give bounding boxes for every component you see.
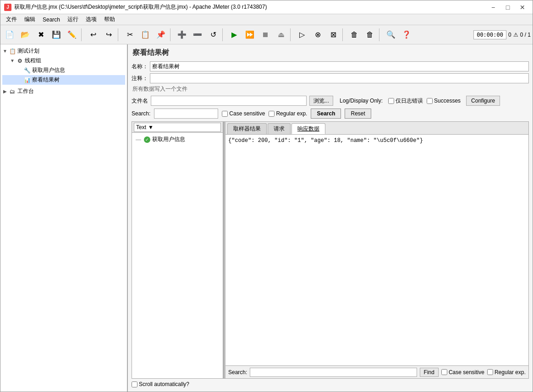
title-bar: J 获取用户信息.jmx (C:\Users\tf\Desktop\jmeter… <box>0 0 533 14</box>
menu-options[interactable]: 选项 <box>82 15 100 25</box>
comment-row: 注释： <box>132 73 529 83</box>
save-as-button[interactable]: ✏️ <box>65 27 79 42</box>
bottom-search-input[interactable] <box>250 368 417 377</box>
menu-file[interactable]: 文件 <box>2 15 21 25</box>
get-user-label: 获取用户信息 <box>32 66 65 74</box>
tab-request[interactable]: 请求 <box>268 123 291 134</box>
name-input[interactable] <box>150 61 529 71</box>
get-user-icon: 🔧 <box>23 67 31 74</box>
workbench-label: 工作台 <box>17 87 34 95</box>
new-button[interactable]: 📄 <box>2 27 17 42</box>
errors-checkbox-label[interactable]: 仅日志错误 <box>388 97 423 105</box>
expand-test-plan[interactable]: ▼ <box>2 49 8 54</box>
test-plan-icon: 📋 <box>9 48 16 55</box>
filename-input[interactable] <box>151 96 307 106</box>
bottom-bar: Search: Find Case sensitive Regular exp. <box>225 365 528 378</box>
bottom-regular-exp-checkbox[interactable] <box>487 369 493 375</box>
scroll-auto-label[interactable]: Scroll automatically? <box>132 381 189 387</box>
close-button[interactable]: ✕ <box>516 2 529 12</box>
successes-checkbox[interactable] <box>427 98 433 104</box>
result-label-0: 获取用户信息 <box>152 136 185 143</box>
right-panel: 察看结果树 名称： 注释： 所有数据写入一个文件 文件名 浏览... Log/D… <box>128 44 533 392</box>
find-button[interactable]: Find <box>420 368 439 377</box>
remove-button[interactable]: ➖ <box>190 27 205 42</box>
remote-shutdown-button[interactable]: ⊠ <box>326 27 341 42</box>
tree-node-view-results[interactable]: 📊 察看结果树 <box>2 75 125 85</box>
save-button[interactable]: 💾 <box>49 27 64 42</box>
dropdown-label: Text <box>136 124 146 131</box>
progress-display: 0 / 1 <box>520 32 531 38</box>
comment-input[interactable] <box>150 73 529 83</box>
search-label: Search: <box>132 110 150 117</box>
open-button[interactable]: 📂 <box>18 27 33 42</box>
search-button[interactable]: Search <box>311 109 341 119</box>
successes-checkbox-label[interactable]: Successes <box>427 98 461 104</box>
expand-workbench[interactable]: ▶ <box>2 89 8 94</box>
tabs-header: 取样器结果 请求 响应数据 <box>225 122 528 135</box>
window-title: 获取用户信息.jmx (C:\Users\tf\Desktop\jmeter_s… <box>14 3 487 11</box>
expand-thread-group[interactable]: ▼ <box>10 58 15 64</box>
menu-edit[interactable]: 编辑 <box>21 15 39 25</box>
tree-node-get-user-info[interactable]: 🔧 获取用户信息 <box>2 65 125 75</box>
paste-button[interactable]: 📌 <box>154 27 168 42</box>
expand-view-results <box>17 77 22 83</box>
comment-label: 注释： <box>132 75 148 82</box>
start-no-pause-button[interactable]: ⏩ <box>242 27 257 42</box>
scroll-auto-checkbox[interactable] <box>132 381 137 387</box>
undo-button[interactable]: ↩ <box>86 27 100 42</box>
case-sensitive-checkbox[interactable] <box>222 111 228 117</box>
toolbar-sep-5 <box>290 28 293 41</box>
filename-label: 文件名 <box>132 97 148 105</box>
case-sensitive-label[interactable]: Case sensitive <box>222 110 265 117</box>
log-display-area: Log/Display Only: 仅日志错误 Successes Config… <box>340 96 500 106</box>
add-button[interactable]: ➕ <box>175 27 189 42</box>
copy-button[interactable]: 📋 <box>138 27 153 42</box>
error-count: 0 <box>508 32 511 38</box>
menu-run[interactable]: 运行 <box>64 15 82 25</box>
view-results-icon: 📊 <box>23 76 31 84</box>
dropdown-arrow: ▼ <box>148 124 154 131</box>
remote-stop-button[interactable]: ⊗ <box>310 27 325 42</box>
case-sensitive-text: Case sensitive <box>229 110 265 117</box>
find-button[interactable]: 🔍 <box>384 27 398 42</box>
log-display-label: Log/Display Only: <box>340 98 383 104</box>
reset-toolbar-button[interactable]: ↺ <box>206 27 220 42</box>
configure-button[interactable]: Configure <box>466 96 500 106</box>
menu-search[interactable]: Search <box>39 15 64 25</box>
thread-group-label: 线程组 <box>25 57 41 65</box>
minimize-button[interactable]: − <box>487 2 500 12</box>
redo-button[interactable]: ↪ <box>101 27 116 42</box>
bottom-case-sensitive-checkbox[interactable] <box>441 369 447 375</box>
maximize-button[interactable]: □ <box>501 2 514 12</box>
toolbar-sep-7 <box>379 28 382 41</box>
regular-exp-checkbox[interactable] <box>269 111 275 117</box>
shutdown-button[interactable]: ⏏ <box>274 27 288 42</box>
text-dropdown[interactable]: Text ▼ <box>134 123 221 132</box>
regular-exp-label[interactable]: Regular exp. <box>269 110 307 117</box>
bottom-case-sensitive-label[interactable]: Case sensitive <box>441 369 484 376</box>
bottom-regular-exp-label[interactable]: Regular exp. <box>487 369 526 376</box>
cut-button[interactable]: ✂ <box>122 27 137 42</box>
result-tree-header: Text ▼ <box>132 122 223 133</box>
stop-button[interactable]: ⏹ <box>258 27 273 42</box>
clear-all-button[interactable]: 🗑 <box>363 27 377 42</box>
clear-button[interactable]: 🗑 <box>347 27 362 42</box>
browse-button[interactable]: 浏览... <box>309 96 333 106</box>
remote-start-button[interactable]: ▷ <box>295 27 309 42</box>
result-item-0[interactable]: — ✓ 获取用户信息 <box>134 135 221 144</box>
tab-response-data[interactable]: 响应数据 <box>291 123 325 134</box>
errors-checkbox[interactable] <box>388 98 394 104</box>
close-file-button[interactable]: ✖ <box>33 27 48 42</box>
start-button[interactable]: ▶ <box>227 27 242 42</box>
name-label: 名称： <box>132 63 148 71</box>
scroll-row: Scroll automatically? <box>132 380 529 389</box>
help-button[interactable]: ❓ <box>399 27 414 42</box>
menu-help[interactable]: 帮助 <box>100 15 119 25</box>
workbench-node[interactable]: ▶ 🗂 工作台 <box>2 87 125 96</box>
tree-node-thread-group[interactable]: ▼ ⚙ 线程组 <box>2 56 125 65</box>
reset-button[interactable]: Reset <box>345 109 371 119</box>
search-input[interactable] <box>154 109 218 119</box>
toolbar: 📄 📂 ✖ 💾 ✏️ ↩ ↪ ✂ 📋 📌 ➕ ➖ ↺ ▶ ⏩ ⏹ ⏏ ▷ ⊗ ⊠… <box>0 25 533 44</box>
tree-node-test-plan[interactable]: ▼ 📋 测试计划 <box>2 46 125 56</box>
tab-sampler-result[interactable]: 取样器结果 <box>227 123 267 134</box>
